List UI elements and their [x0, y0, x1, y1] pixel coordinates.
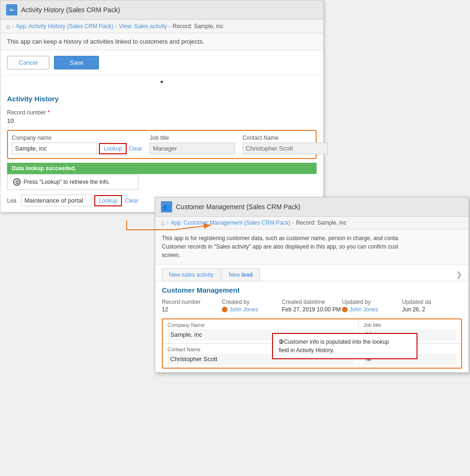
cp-meta-record: Record number 12: [162, 299, 222, 313]
cp-section-heading: Customer Management: [155, 281, 469, 297]
contact-name-input: [243, 143, 328, 154]
breadcrumb-record: Record: Sample, inc: [173, 23, 223, 30]
cp-company-name-label: Company Name: [167, 322, 354, 328]
cp-record-value: 12: [162, 306, 222, 313]
breadcrumb-bar: ⌂ › App: Activity History (Sales CRM Pac…: [0, 20, 323, 33]
cp-breadcrumb-record: Record: Sample, inc: [296, 219, 347, 226]
cp-created-datetime-label: Created datetime: [282, 299, 342, 305]
company-input-row: Lookup Clear: [12, 143, 142, 154]
cp-sep-2: ›: [292, 219, 294, 226]
cp-description: This app is for registering customer dat…: [155, 229, 469, 264]
annotation-box-2: ②Customer info is populated into the loo…: [272, 333, 417, 359]
updated-by-name[interactable]: John Jones: [349, 306, 378, 313]
company-name-input[interactable]: [12, 143, 97, 154]
panel-title-icon: ✏: [6, 4, 17, 15]
cp-title-icon: 👥: [161, 201, 172, 212]
lead-lookup-button[interactable]: Lookup: [94, 195, 122, 206]
lookup-group: Company name Lookup Clear Job title: [7, 130, 317, 159]
annotation-2-num: ②: [279, 339, 284, 345]
company-name-group: Company name Lookup Clear: [12, 135, 142, 154]
record-number-value: 10: [7, 117, 317, 124]
cp-meta-row: Record number 12 Created by John Jones C…: [155, 297, 469, 315]
lookup-success-bar: Data lookup succeeded.: [7, 163, 317, 174]
lead-input[interactable]: [21, 195, 91, 206]
section-heading: Activity History: [7, 95, 317, 103]
job-input-row: [150, 143, 235, 154]
cp-breadcrumb-app[interactable]: App: Customer Management (Sales CRM Pack…: [170, 219, 290, 226]
contact-input-row: [243, 143, 328, 154]
tab-lead-label: lead: [242, 272, 253, 278]
cp-home-icon[interactable]: ⌂: [161, 219, 165, 227]
record-number-label: Record number: [7, 109, 317, 116]
panel-title-bar: ✏ Activity History (Sales CRM Pack): [0, 0, 323, 20]
save-button[interactable]: Save: [54, 56, 99, 69]
job-title-group: Job title: [150, 135, 235, 154]
lead-label: Lea: [7, 197, 16, 204]
annotation-2-text: Customer info is populated into the look…: [279, 339, 389, 354]
cp-created-datetime-value: Feb 27, 2019 10:00 PM: [282, 306, 342, 313]
user-icon-1: [222, 307, 227, 312]
panel-title-text: Activity History (Sales CRM Pack): [21, 6, 120, 14]
breadcrumb-app[interactable]: App: Activity History (Sales CRM Pack): [15, 23, 113, 30]
job-title-input: [150, 143, 235, 154]
tab-new-label: New: [228, 272, 241, 278]
user-icon-2: [342, 307, 348, 312]
cp-meta-updated-by: Updated by John Jones: [342, 299, 402, 313]
collapse-arrow[interactable]: ❯: [456, 270, 462, 279]
cp-created-by-label: Created by: [222, 299, 282, 305]
cp-meta-created-datetime: Created datetime Feb 27, 2019 10:00 PM: [282, 299, 342, 313]
dot-indicator: •: [0, 76, 323, 89]
tooltip-box: ① Press "Lookup" to retrieve the info.: [7, 174, 138, 190]
cp-record-label: Record number: [162, 299, 222, 305]
cp-title-text: Customer Management (Sales CRM Pack): [176, 203, 300, 211]
tab-new-sales-activity[interactable]: New sales activity: [162, 268, 220, 281]
cp-updated-by-label: Updated by: [342, 299, 402, 305]
tooltip-text: Press "Lookup" to retrieve the info.: [23, 179, 110, 185]
tooltip-circle: ①: [13, 178, 21, 186]
lead-clear-button[interactable]: Clear: [125, 197, 138, 204]
lookup-button[interactable]: Lookup: [99, 143, 127, 154]
cp-sep-1: ›: [167, 219, 168, 226]
home-icon[interactable]: ⌂: [6, 23, 10, 30]
activity-history-panel: ✏ Activity History (Sales CRM Pack) ⌂ › …: [0, 0, 324, 212]
cp-job-title-label: Job title: [364, 322, 456, 328]
job-title-label: Job title: [150, 135, 235, 141]
clear-button-1[interactable]: Clear: [129, 145, 142, 152]
description-text: This app can keep a history of activitie…: [7, 38, 205, 45]
cp-desc-line1: This app is for registering customer dat…: [162, 235, 398, 242]
breadcrumb-sep-1: ›: [12, 23, 14, 30]
cp-meta-created-by: Created by John Jones: [222, 299, 282, 313]
cp-title-bar: 👥 Customer Management (Sales CRM Pack): [155, 197, 469, 217]
cp-breadcrumb: ⌂ › App: Customer Management (Sales CRM …: [155, 217, 469, 229]
cancel-button[interactable]: Cancel: [7, 56, 49, 69]
breadcrumb-view[interactable]: View: Sales activity: [119, 23, 167, 30]
cp-desc-line3: screen.: [162, 252, 180, 258]
cp-created-by-value: John Jones: [222, 306, 282, 313]
cp-tabs: New sales activity New lead ❯: [155, 264, 469, 281]
created-by-name[interactable]: John Jones: [229, 306, 258, 313]
cp-updated-da-label: Updated da: [402, 299, 462, 305]
cp-meta-updated-da: Updated da Jun 26, 2: [402, 299, 462, 313]
contact-name-label: Contact Name: [243, 135, 328, 141]
breadcrumb-sep-2: ›: [115, 23, 117, 30]
cp-desc-line2: Customer records in "Sales activity" app…: [162, 243, 398, 250]
cp-updated-da-value: Jun 26, 2: [402, 306, 462, 313]
description-bar: This app can keep a history of activitie…: [0, 33, 323, 50]
lookup-row: Company name Lookup Clear Job title: [12, 135, 312, 154]
breadcrumb-sep-3: ›: [169, 23, 171, 30]
tab-new-lead[interactable]: New lead: [221, 268, 259, 281]
cp-updated-by-value: John Jones: [342, 306, 402, 313]
toolbar: Cancel Save: [0, 50, 323, 76]
contact-name-group: Contact Name: [243, 135, 328, 154]
form-section: Activity History Record number 10 Compan…: [0, 89, 323, 212]
company-name-label: Company name: [12, 135, 142, 141]
